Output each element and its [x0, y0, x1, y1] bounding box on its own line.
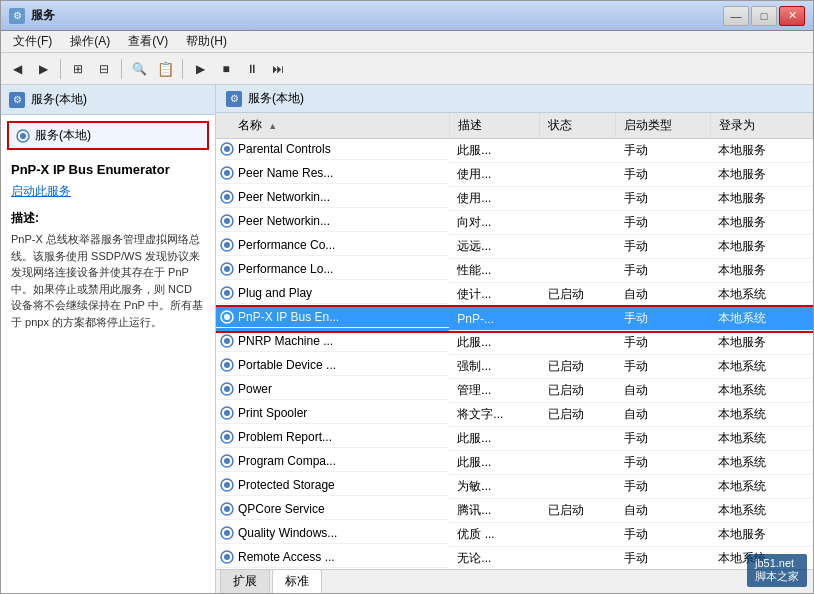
table-row[interactable]: PnP-X IP Bus En...PnP-...手动本地系统: [216, 307, 813, 331]
row-logon: 本地服务: [710, 523, 812, 547]
minimize-button[interactable]: —: [723, 6, 749, 26]
window-title: 服务: [31, 7, 55, 24]
table-row[interactable]: Quality Windows...优质 ...手动本地服务: [216, 523, 813, 547]
table-row[interactable]: Print Spooler将文字...已启动自动本地系统: [216, 403, 813, 427]
menu-view[interactable]: 查看(V): [120, 31, 176, 52]
table-row[interactable]: Plug and Play使计...已启动自动本地系统: [216, 283, 813, 307]
row-name: Parental Controls: [238, 142, 331, 156]
table-row[interactable]: Parental Controls此服...手动本地服务: [216, 139, 813, 163]
row-name: Plug and Play: [238, 286, 312, 300]
row-name: Protected Storage: [238, 478, 335, 492]
col-status[interactable]: 状态: [540, 113, 616, 139]
menu-action[interactable]: 操作(A): [62, 31, 118, 52]
row-name: Portable Device ...: [238, 358, 336, 372]
row-startup: 手动: [616, 331, 711, 355]
services-table[interactable]: 名称 ▲ 描述 状态 启动类型 登录为 Parental Controls此服.…: [216, 113, 813, 569]
row-startup: 手动: [616, 211, 711, 235]
row-logon: 本地系统: [710, 283, 812, 307]
row-startup: 手动: [616, 355, 711, 379]
table-row[interactable]: Peer Networkin...使用...手动本地服务: [216, 187, 813, 211]
svg-point-11: [224, 242, 230, 248]
row-status: 已启动: [540, 355, 616, 379]
table-row[interactable]: Problem Report...此服...手动本地系统: [216, 427, 813, 451]
pause-button[interactable]: ⏸: [240, 57, 264, 81]
table-row[interactable]: Portable Device ...强制...已启动手动本地系统: [216, 355, 813, 379]
row-service-icon: [220, 262, 234, 276]
row-service-icon: [220, 478, 234, 492]
row-name: Peer Networkin...: [238, 214, 330, 228]
table-row[interactable]: PNRP Machine ...此服...手动本地服务: [216, 331, 813, 355]
search-button[interactable]: 🔍: [127, 57, 151, 81]
row-status: 已启动: [540, 379, 616, 403]
tab-standard[interactable]: 标准: [272, 569, 322, 593]
play-button[interactable]: ▶: [188, 57, 212, 81]
svg-point-35: [224, 530, 230, 536]
svg-point-25: [224, 410, 230, 416]
col-name[interactable]: 名称 ▲: [216, 113, 449, 139]
restart-button[interactable]: ⏭: [266, 57, 290, 81]
table-row[interactable]: Performance Co...远远...手动本地服务: [216, 235, 813, 259]
left-selected-service-item[interactable]: 服务(本地): [7, 121, 209, 150]
up-button[interactable]: ⊞: [66, 57, 90, 81]
row-logon: 本地服务: [710, 211, 812, 235]
row-service-icon: [220, 310, 234, 324]
properties-button[interactable]: 📋: [153, 57, 177, 81]
table-row[interactable]: Program Compa...此服...手动本地系统: [216, 451, 813, 475]
show-hide-button[interactable]: ⊟: [92, 57, 116, 81]
row-logon: 本地系统: [710, 355, 812, 379]
table-row[interactable]: Performance Lo...性能...手动本地服务: [216, 259, 813, 283]
menu-file[interactable]: 文件(F): [5, 31, 60, 52]
row-logon: 本地系统: [710, 451, 812, 475]
col-logon[interactable]: 登录为: [710, 113, 812, 139]
row-desc: 使用...: [449, 187, 539, 211]
table-row[interactable]: Peer Networkin...向对...手动本地服务: [216, 211, 813, 235]
row-logon: 本地系统: [710, 403, 812, 427]
row-logon: 本地服务: [710, 235, 812, 259]
col-desc[interactable]: 描述: [449, 113, 539, 139]
back-button[interactable]: ◀: [5, 57, 29, 81]
row-service-icon: [220, 166, 234, 180]
row-service-icon: [220, 454, 234, 468]
start-service-link[interactable]: 启动此服务: [11, 183, 71, 200]
close-button[interactable]: ✕: [779, 6, 805, 26]
table-row[interactable]: Remote Access ...无论...手动本地系统: [216, 547, 813, 570]
restore-button[interactable]: □: [751, 6, 777, 26]
window-controls: — □ ✕: [723, 6, 805, 26]
svg-point-37: [224, 554, 230, 560]
row-name: Problem Report...: [238, 430, 332, 444]
toolbar-separator-2: [121, 59, 122, 79]
table-row[interactable]: QPCore Service腾讯...已启动自动本地系统: [216, 499, 813, 523]
left-panel-header: ⚙ 服务(本地): [1, 85, 215, 115]
row-name: Peer Networkin...: [238, 190, 330, 204]
toolbar-separator-3: [182, 59, 183, 79]
forward-button[interactable]: ▶: [31, 57, 55, 81]
tab-expand[interactable]: 扩展: [220, 569, 270, 593]
row-startup: 手动: [616, 163, 711, 187]
svg-point-1: [20, 133, 26, 139]
right-panel-title: 服务(本地): [248, 90, 304, 107]
toolbar-separator-1: [60, 59, 61, 79]
stop-button[interactable]: ■: [214, 57, 238, 81]
table-row[interactable]: Peer Name Res...使用...手动本地服务: [216, 163, 813, 187]
svg-point-13: [224, 266, 230, 272]
row-status: [540, 211, 616, 235]
row-status: [540, 475, 616, 499]
svg-point-3: [224, 146, 230, 152]
left-panel-info: PnP-X IP Bus Enumerator 启动此服务 描述: PnP-X …: [1, 156, 215, 336]
row-status: [540, 235, 616, 259]
col-startup[interactable]: 启动类型: [616, 113, 711, 139]
row-startup: 手动: [616, 427, 711, 451]
row-startup: 手动: [616, 307, 711, 331]
row-startup: 自动: [616, 403, 711, 427]
right-panel-header: ⚙ 服务(本地): [216, 85, 813, 113]
row-status: 已启动: [540, 403, 616, 427]
svg-point-19: [224, 338, 230, 344]
row-name: Print Spooler: [238, 406, 307, 420]
row-name: Peer Name Res...: [238, 166, 333, 180]
menu-help[interactable]: 帮助(H): [178, 31, 235, 52]
svg-point-23: [224, 386, 230, 392]
row-startup: 手动: [616, 139, 711, 163]
table-row[interactable]: Power管理...已启动自动本地系统: [216, 379, 813, 403]
row-desc: 远远...: [449, 235, 539, 259]
table-row[interactable]: Protected Storage为敏...手动本地系统: [216, 475, 813, 499]
